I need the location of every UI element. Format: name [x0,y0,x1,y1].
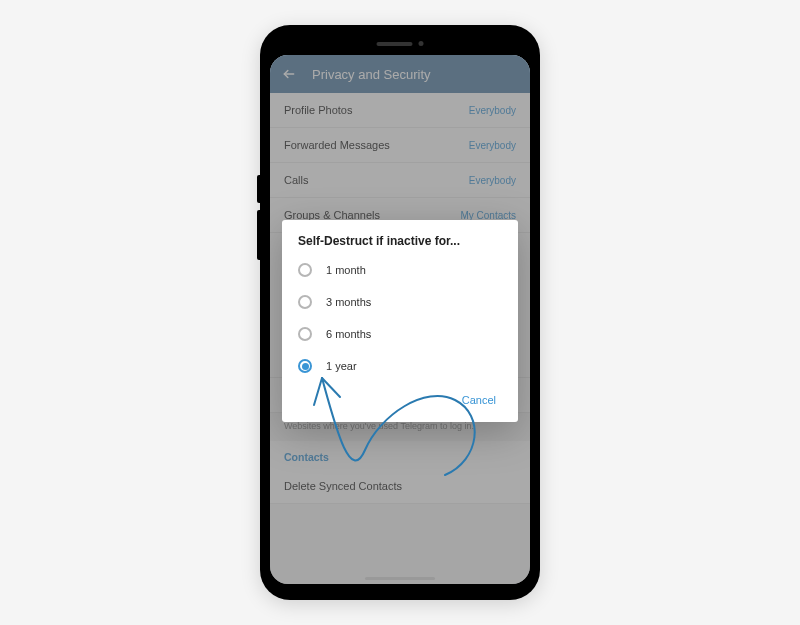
radio-option-1-month[interactable]: 1 month [282,254,518,286]
nav-bar-indicator [365,577,435,580]
radio-icon [298,327,312,341]
radio-icon [298,295,312,309]
self-destruct-dialog: Self-Destruct if inactive for... 1 month… [282,220,518,422]
radio-option-6-months[interactable]: 6 months [282,318,518,350]
radio-icon [298,359,312,373]
phone-side-button [257,210,260,260]
radio-option-1-year[interactable]: 1 year [282,350,518,382]
radio-label: 1 year [326,360,357,372]
phone-notch [377,41,424,46]
screen: Privacy and Security Profile Photos Ever… [270,55,530,584]
radio-label: 3 months [326,296,371,308]
phone-side-button [257,175,260,203]
radio-label: 6 months [326,328,371,340]
radio-option-3-months[interactable]: 3 months [282,286,518,318]
cancel-button[interactable]: Cancel [454,388,504,412]
dialog-actions: Cancel [282,382,518,416]
radio-icon [298,263,312,277]
dialog-title: Self-Destruct if inactive for... [282,234,518,254]
radio-label: 1 month [326,264,366,276]
phone-frame: Privacy and Security Profile Photos Ever… [260,25,540,600]
